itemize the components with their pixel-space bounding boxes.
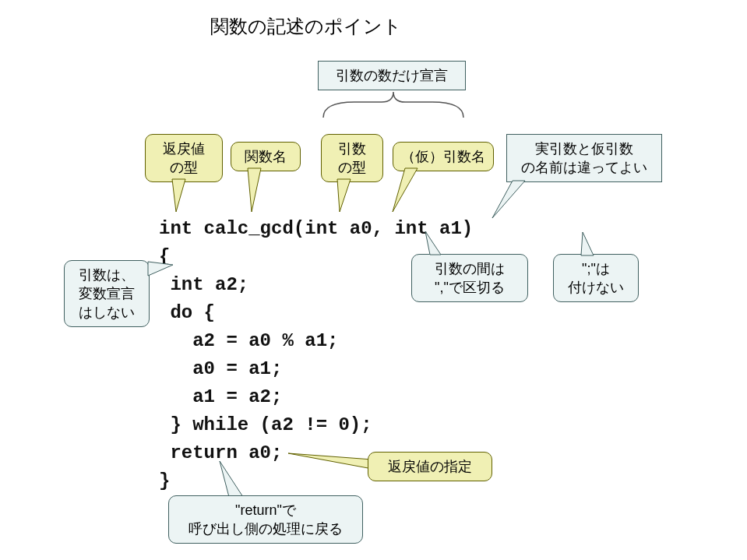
code-line: int a2; [159, 274, 248, 295]
real-vs-formal-callout: 実引数と仮引数の名前は違ってよい [506, 134, 662, 182]
svg-marker-7 [581, 232, 594, 255]
code-line: do { [159, 302, 215, 323]
svg-marker-4 [492, 181, 525, 218]
diagram-title: 関数の記述のポイント [210, 14, 402, 39]
code-line: int calc_gcd(int a0, int a1) [159, 218, 473, 239]
arg-type-pointer [335, 179, 358, 212]
return-flow-callout: "return"で呼び出し側の処理に戻る [168, 495, 363, 544]
return-val-callout: 返戻値の指定 [368, 452, 492, 481]
brace-icon [319, 90, 467, 122]
svg-marker-2 [337, 179, 351, 212]
code-line: a1 = a2; [159, 386, 282, 407]
code-line: return a0; [159, 442, 282, 463]
comma-callout: 引数の間は","で区切る [411, 254, 528, 302]
arg-name-callout: （仮）引数名 [393, 142, 494, 171]
func-name-callout: 関数名 [231, 142, 301, 171]
no-decl-callout: 引数は、変数宣言はしない [64, 260, 150, 327]
func-name-pointer [245, 168, 269, 212]
no-semi-pointer [575, 232, 598, 255]
svg-marker-0 [172, 179, 185, 212]
code-line: { [159, 246, 170, 267]
declare-args-box: 引数の数だけ宣言 [318, 61, 466, 90]
return-type-pointer [170, 179, 193, 212]
return-type-callout: 返戻値の型 [145, 134, 223, 182]
code-line: a2 = a0 % a1; [159, 330, 338, 351]
code-line: a0 = a1; [159, 358, 282, 379]
real-vs-formal-pointer [489, 181, 528, 220]
no-semi-callout: ";"は付けない [553, 254, 639, 302]
code-line: } [159, 470, 170, 491]
svg-marker-3 [393, 168, 418, 212]
arg-type-callout: 引数の型 [321, 134, 383, 182]
arg-name-pointer [389, 168, 421, 212]
svg-marker-1 [248, 168, 261, 212]
code-line: } while (a2 != 0); [159, 414, 372, 435]
